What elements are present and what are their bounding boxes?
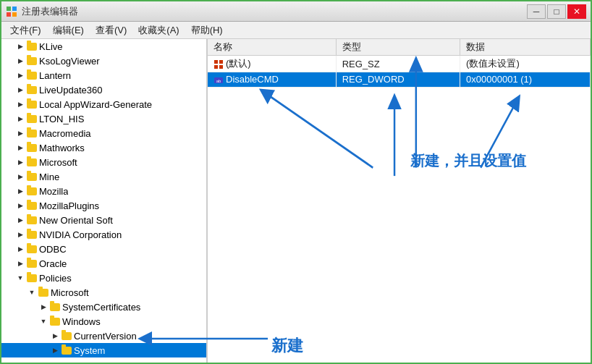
tree-item-microsoft[interactable]: ▶Microsoft — [1, 155, 206, 169]
tree-item-windows[interactable]: ▼Windows — [1, 314, 206, 329]
tree-item-klive[interactable]: ▶KLive — [1, 39, 206, 54]
tree-item-systemcertificates[interactable]: ▶SystemCertificates — [1, 300, 206, 314]
tree-item-nvidia[interactable]: ▶NVIDIA Corporation — [1, 227, 206, 242]
svg-rect-5 — [219, 60, 223, 64]
window-title: 注册表编辑器 — [22, 5, 78, 18]
close-button[interactable]: ✕ — [567, 4, 586, 19]
annotation-overlay: 新建，并且设置值 — [208, 39, 591, 363]
folder-icon-lantern — [26, 70, 38, 80]
tree-expander-currentversion: ▶ — [49, 330, 61, 342]
tree-expander-mozillaplugins: ▶ — [14, 200, 26, 211]
tree-item-policies-microsoft[interactable]: ▼Microsoft — [1, 285, 206, 300]
main-area: ▶KLive▶KsoLogViewer▶Lantern▶LiveUpdate36… — [1, 39, 591, 363]
tree-expander-macromedia: ▶ — [14, 127, 26, 139]
folder-icon-mozillaplugins — [26, 200, 38, 211]
tree-item-lantern[interactable]: ▶Lantern — [1, 68, 206, 82]
tree-expander-ksologviewer: ▶ — [14, 55, 26, 67]
folder-icon-policies-microsoft — [38, 287, 49, 297]
tree-expander-odbc: ▶ — [14, 243, 26, 255]
title-bar-left: 注册表编辑器 — [6, 5, 78, 18]
folder-icon-windows — [49, 316, 61, 326]
tree-item-local-appwizard[interactable]: ▶Local AppWizard-Generate — [1, 97, 206, 111]
menu-file[interactable]: 文件(F) — [4, 22, 47, 38]
svg-rect-1 — [12, 7, 17, 11]
menu-edit[interactable]: 编辑(E) — [47, 22, 90, 38]
tree-item-policies[interactable]: ▼Policies — [1, 271, 206, 285]
tree-item-lton-his[interactable]: ▶LTON_HIS — [1, 111, 206, 126]
tree-expander-policies: ▼ — [14, 272, 26, 284]
tree-label-windows: Windows — [62, 316, 101, 327]
svg-line-14 — [481, 101, 517, 168]
menu-view[interactable]: 查看(V) — [90, 22, 132, 38]
menu-favorites[interactable]: 收藏夹(A) — [132, 22, 185, 38]
tree-item-liveupdate360[interactable]: ▶LiveUpdate360 — [1, 82, 206, 97]
svg-line-12 — [265, 93, 373, 168]
tree-item-new-oriental-soft[interactable]: ▶New Oriental Soft — [1, 213, 206, 227]
tree-expander-nvidia: ▶ — [14, 229, 26, 240]
tree-item-system[interactable]: ▶System — [1, 343, 206, 357]
tree-expander-local-appwizard: ▶ — [14, 98, 26, 110]
tree-item-macromedia[interactable]: ▶Macromedia — [1, 126, 206, 140]
tree-label-lantern: Lantern — [39, 70, 71, 81]
folder-icon-systemcertificates — [49, 302, 61, 312]
tree-item-mozilla[interactable]: ▶Mozilla — [1, 184, 206, 198]
minimize-button[interactable]: ─ — [527, 4, 546, 19]
tree-label-system: System — [74, 345, 105, 356]
reg-row-1[interactable]: abDisableCMDREG_DWORD0x00000001 (1) — [208, 72, 591, 88]
svg-rect-6 — [214, 65, 218, 69]
tree-item-mozillaplugins[interactable]: ▶MozillaPlugins — [1, 198, 206, 213]
tree-label-systemcertificates: SystemCertificates — [62, 302, 140, 313]
reg-cell-name-1: abDisableCMD — [208, 72, 336, 88]
annotation-arrows — [208, 39, 591, 363]
folder-icon-odbc — [26, 244, 38, 254]
tree-expander-klive: ▶ — [14, 41, 26, 52]
menu-bar: 文件(F) 编辑(E) 查看(V) 收藏夹(A) 帮助(H) — [1, 22, 591, 39]
tree-label-policies: Policies — [39, 273, 72, 284]
folder-icon-nvidia — [26, 229, 38, 240]
reg-cell-data-0: (数值未设置) — [460, 56, 591, 72]
tree-expander-mine: ▶ — [14, 171, 26, 182]
tree-item-mathworks[interactable]: ▶Mathworks — [1, 140, 206, 155]
maximize-button[interactable]: □ — [547, 4, 566, 19]
folder-icon-system — [61, 345, 72, 355]
tree-expander-new-oriental-soft: ▶ — [14, 214, 26, 226]
tree-expander-lton-his: ▶ — [14, 113, 26, 124]
tree-expander-systemcertificates: ▶ — [38, 301, 49, 313]
tree-panel[interactable]: ▶KLive▶KsoLogViewer▶Lantern▶LiveUpdate36… — [1, 39, 208, 363]
reg-cell-name-0: (默认) — [208, 56, 336, 72]
folder-icon-mine — [26, 172, 38, 182]
menu-help[interactable]: 帮助(H) — [185, 22, 229, 38]
svg-rect-4 — [214, 60, 218, 64]
app-icon — [6, 6, 17, 17]
reg-row-0[interactable]: (默认)REG_SZ(数值未设置) — [208, 56, 591, 72]
tree-item-ksologviewer[interactable]: ▶KsoLogViewer — [1, 54, 206, 68]
svg-rect-7 — [219, 65, 223, 69]
tree-label-microsoft: Microsoft — [39, 157, 77, 168]
folder-icon-new-oriental-soft — [26, 215, 38, 225]
tree-label-odbc: ODBC — [39, 244, 67, 255]
tree-label-nvidia: NVIDIA Corporation — [39, 229, 122, 240]
tree-label-macromedia: Macromedia — [39, 128, 91, 139]
folder-icon-lton-his — [26, 114, 38, 124]
tree-item-currentversion[interactable]: ▶CurrentVersion — [1, 329, 206, 343]
tree-label-local-appwizard: Local AppWizard-Generate — [39, 99, 152, 110]
col-name: 名称 — [208, 39, 336, 56]
svg-rect-3 — [12, 12, 17, 17]
tree-item-odbc[interactable]: ▶ODBC — [1, 242, 206, 256]
tree-label-mine: Mine — [39, 172, 59, 182]
svg-text:ab: ab — [216, 79, 221, 83]
tree-label-oracle: Oracle — [39, 258, 67, 269]
tree-expander-system: ▶ — [49, 344, 61, 356]
tree-item-oracle[interactable]: ▶Oracle — [1, 256, 206, 271]
tree-expander-liveupdate360: ▶ — [14, 84, 26, 96]
reg-cell-type-1: REG_DWORD — [336, 72, 460, 88]
registry-table: 名称 类型 数据 (默认)REG_SZ(数值未设置)abDisableCMDRE… — [208, 39, 591, 88]
tree-item-mine[interactable]: ▶Mine — [1, 169, 206, 184]
tree-expander-lantern: ▶ — [14, 69, 26, 81]
tree-expander-windows: ▼ — [38, 316, 49, 327]
tree-label-new-oriental-soft: New Oriental Soft — [39, 215, 113, 226]
tree-label-mathworks: Mathworks — [39, 143, 85, 153]
col-data: 数据 — [460, 39, 591, 56]
registry-value-panel: 名称 类型 数据 (默认)REG_SZ(数值未设置)abDisableCMDRE… — [208, 39, 591, 363]
registry-editor-window: 注册表编辑器 ─ □ ✕ 文件(F) 编辑(E) 查看(V) 收藏夹(A) 帮助… — [0, 0, 592, 364]
